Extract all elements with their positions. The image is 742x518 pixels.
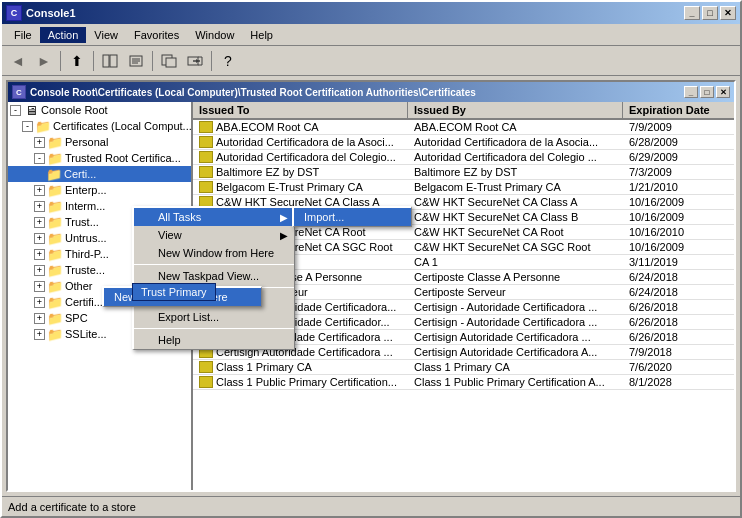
back-button[interactable]: ◄ <box>6 50 30 72</box>
inner-close-button[interactable]: ✕ <box>716 86 730 98</box>
tree-label-console-root: Console Root <box>41 104 108 116</box>
td-expiration: 6/29/2009 <box>623 150 734 164</box>
show-hide-console-tree[interactable] <box>98 50 122 72</box>
context-menu-view[interactable]: View ▶ <box>134 226 294 244</box>
tree-toggle-intermediate[interactable]: + <box>34 201 45 212</box>
tree-toggle-console-root[interactable]: - <box>10 105 21 116</box>
td-issued-to: Class 1 Public Primary Certification... <box>193 375 408 389</box>
trust-primary-label: Trust Primary <box>141 286 207 298</box>
td-issued-by: Class 1 Primary CA <box>408 360 623 374</box>
tree-toggle-third-party[interactable]: + <box>34 249 45 260</box>
folder-icon-personal: 📁 <box>47 135 63 149</box>
context-menu-all-tasks[interactable]: All Tasks ▶ <box>134 208 294 226</box>
tree-label-sslite: SSLite... <box>65 328 107 340</box>
up-button[interactable]: ⬆ <box>65 50 89 72</box>
content-area: C Console Root\Certificates (Local Compu… <box>2 76 740 516</box>
folder-icon-trusted-root: 📁 <box>47 151 63 165</box>
td-expiration: 10/16/2009 <box>623 195 734 209</box>
tree-item-certs-local[interactable]: - 📁 Certificates (Local Comput... <box>8 118 191 134</box>
context-menu-export[interactable]: Export List... <box>134 308 294 326</box>
tree-item-certs-folder[interactable]: 📁 Certi... <box>8 166 191 182</box>
tree-toggle-personal[interactable]: + <box>34 137 45 148</box>
menu-help[interactable]: Help <box>242 27 281 43</box>
tree-toggle-trusted-root[interactable]: - <box>34 153 45 164</box>
td-issued-by: Certisign Autoridade Certificadora A... <box>408 345 623 359</box>
inner-maximize-button[interactable]: □ <box>700 86 714 98</box>
td-expiration: 7/9/2018 <box>623 345 734 359</box>
outer-title-bar: C Console1 _ □ ✕ <box>2 2 740 24</box>
minimize-button[interactable]: _ <box>684 6 700 20</box>
td-issued-by: Autoridad Certificadora de la Asocia... <box>408 135 623 149</box>
td-issued-by: Certisign Autoridade Certificadora ... <box>408 330 623 344</box>
toolbar-separator-3 <box>152 51 153 71</box>
table-row[interactable]: Belgacom E-Trust Primary CA Belgacom E-T… <box>193 180 734 195</box>
td-issued-by: Autoridad Certificadora del Colegio ... <box>408 150 623 164</box>
svg-rect-1 <box>110 55 117 67</box>
td-issued-by: Belgacom E-Trust Primary CA <box>408 180 623 194</box>
tree-toggle-certs-local[interactable]: - <box>22 121 33 132</box>
table-row[interactable]: Autoridad Certificadora del Colegio... A… <box>193 150 734 165</box>
tree-toggle-other[interactable]: + <box>34 281 45 292</box>
all-tasks-submenu: Import... <box>292 206 412 227</box>
td-issued-to: Autoridad Certificadora del Colegio... <box>193 150 408 164</box>
menu-view[interactable]: View <box>86 27 126 43</box>
tree-toggle-trusted-people[interactable]: + <box>34 217 45 228</box>
td-expiration: 10/16/2010 <box>623 225 734 239</box>
export-button[interactable] <box>183 50 207 72</box>
table-row[interactable]: Autoridad Certificadora de la Asoci... A… <box>193 135 734 150</box>
tree-toggle-untrusted[interactable]: + <box>34 233 45 244</box>
table-row[interactable]: Class 1 Primary CA Class 1 Primary CA 7/… <box>193 360 734 375</box>
inner-title-bar: C Console Root\Certificates (Local Compu… <box>8 82 734 102</box>
tree-item-personal[interactable]: + 📁 Personal <box>8 134 191 150</box>
context-new-window-label: New Window from Here <box>158 247 274 259</box>
context-taskpad-label: New Taskpad View... <box>158 270 259 282</box>
maximize-button[interactable]: □ <box>702 6 718 20</box>
th-issued-to[interactable]: Issued To <box>193 102 408 118</box>
help-button[interactable]: ? <box>216 50 240 72</box>
context-menu-new-window[interactable]: New Window from Here <box>134 244 294 262</box>
th-issued-by[interactable]: Issued By <box>408 102 623 118</box>
td-issued-by: Certiposte Classe A Personne <box>408 270 623 284</box>
td-issued-to: Baltimore EZ by DST <box>193 165 408 179</box>
menu-action[interactable]: Action <box>40 27 87 43</box>
svg-rect-7 <box>166 58 176 67</box>
folder-icon-enterprise: 📁 <box>47 183 63 197</box>
table-row[interactable]: ABA.ECOM Root CA ABA.ECOM Root CA 7/9/20… <box>193 120 734 135</box>
properties-button[interactable] <box>124 50 148 72</box>
new-window-button[interactable] <box>157 50 181 72</box>
toolbar-separator-4 <box>211 51 212 71</box>
close-button[interactable]: ✕ <box>720 6 736 20</box>
folder-icon-certs: 📁 <box>46 167 62 181</box>
tree-toggle-spc[interactable]: + <box>34 313 45 324</box>
menu-bar: File Action View Favorites Window Help <box>2 24 740 46</box>
tree-label-third-party: Third-P... <box>65 248 109 260</box>
tree-item-enterprise[interactable]: + 📁 Enterp... <box>8 182 191 198</box>
td-expiration: 6/24/2018 <box>623 270 734 284</box>
outer-window: C Console1 _ □ ✕ File Action View Favori… <box>0 0 742 518</box>
app-title: Console1 <box>26 7 684 19</box>
tree-toggle-enterprise[interactable]: + <box>34 185 45 196</box>
tree-item-console-root[interactable]: - 🖥 Console Root <box>8 102 191 118</box>
submenu-import-label: Import... <box>304 211 344 223</box>
tree-toggle-sslite[interactable]: + <box>34 329 45 340</box>
menu-file[interactable]: File <box>6 27 40 43</box>
context-menu-sep-1 <box>134 264 294 265</box>
window-controls: _ □ ✕ <box>684 6 736 20</box>
tree-item-trusted-root[interactable]: - 📁 Trusted Root Certifica... <box>8 150 191 166</box>
forward-button[interactable]: ► <box>32 50 56 72</box>
view-submenu-box: Trust Primary <box>132 283 216 301</box>
submenu-import[interactable]: Import... <box>294 208 411 226</box>
tree-toggle-cert-enroll[interactable]: + <box>34 297 45 308</box>
td-issued-to: ABA.ECOM Root CA <box>193 120 408 134</box>
tree-label-trusted-root: Trusted Root Certifica... <box>65 152 181 164</box>
tree-toggle-trusted-publishers[interactable]: + <box>34 265 45 276</box>
inner-window-icon: C <box>12 85 26 99</box>
context-menu-help[interactable]: Help <box>134 331 294 349</box>
menu-window[interactable]: Window <box>187 27 242 43</box>
table-row[interactable]: Baltimore EZ by DST Baltimore EZ by DST … <box>193 165 734 180</box>
inner-minimize-button[interactable]: _ <box>684 86 698 98</box>
context-export-label: Export List... <box>158 311 219 323</box>
table-row[interactable]: Class 1 Public Primary Certification... … <box>193 375 734 390</box>
th-expiration[interactable]: Expiration Date <box>623 102 734 118</box>
menu-favorites[interactable]: Favorites <box>126 27 187 43</box>
